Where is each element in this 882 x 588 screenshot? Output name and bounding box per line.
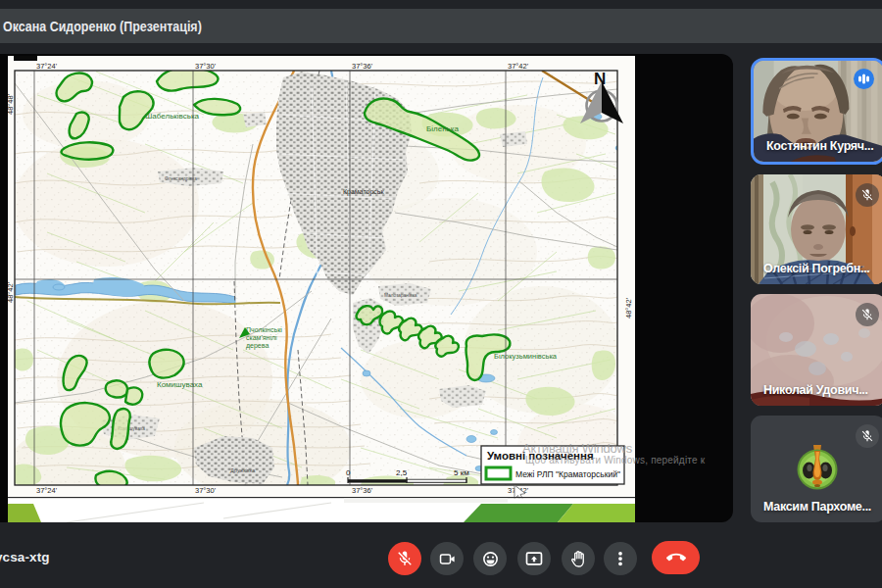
svg-text:37°30': 37°30' xyxy=(195,62,217,71)
svg-text:5 км: 5 км xyxy=(454,468,469,477)
svg-text:0: 0 xyxy=(346,468,351,477)
svg-text:48°42': 48°42' xyxy=(8,281,15,303)
svg-text:37°24': 37°24' xyxy=(36,62,58,71)
svg-text:скам'янілі: скам'янілі xyxy=(246,334,277,341)
svg-text:37°24': 37°24' xyxy=(36,486,58,495)
svg-text:Комишуваха: Комишуваха xyxy=(157,380,203,389)
svg-text:Малотаранівка: Малотаранівка xyxy=(384,293,417,298)
svg-text:Біленька: Біленька xyxy=(426,124,459,133)
svg-text:Дружківка: Дружківка xyxy=(230,467,256,473)
svg-text:48°42': 48°42' xyxy=(624,297,633,318)
svg-text:Шабельківська: Шабельківська xyxy=(145,112,200,121)
svg-text:48°48': 48°48' xyxy=(8,93,15,115)
svg-text:Межі РЛП "Краматорський": Межі РЛП "Краматорський" xyxy=(515,469,620,479)
svg-text:37°42': 37°42' xyxy=(508,62,529,71)
svg-text:Білокузьминівська: Білокузьминівська xyxy=(494,352,558,361)
svg-text:дерева: дерева xyxy=(246,342,269,350)
svg-text:37°30': 37°30' xyxy=(195,486,217,495)
svg-text:Краматорськ: Краматорськ xyxy=(343,188,384,196)
svg-text:2,5: 2,5 xyxy=(396,468,408,477)
svg-text:37°36': 37°36' xyxy=(352,486,373,495)
svg-text:Олександрівка: Олександрівка xyxy=(165,176,197,181)
svg-text:37°36': 37°36' xyxy=(352,62,373,71)
svg-text:Пчолкінські: Пчолкінські xyxy=(246,326,282,333)
